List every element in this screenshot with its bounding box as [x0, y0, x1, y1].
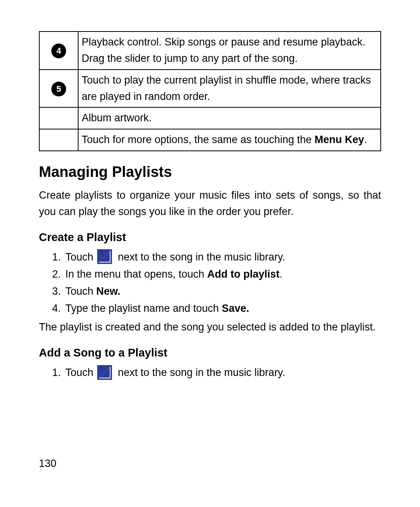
- save-label: Save.: [222, 302, 249, 314]
- row-number-cell: 4: [39, 31, 78, 70]
- page-number: 130: [39, 456, 56, 472]
- row-text-cell: Touch to play the current playlist in sh…: [78, 70, 381, 108]
- row-text-cell: Touch for more options, the same as touc…: [78, 129, 381, 151]
- arrow-icon: [97, 249, 112, 264]
- row-text-post: .: [364, 134, 367, 145]
- step-text-pre: Touch: [65, 367, 96, 378]
- row-number-cell: 5: [39, 70, 78, 108]
- arrow-icon: [97, 365, 112, 380]
- step-text-pre: In the menu that opens, touch: [65, 268, 207, 280]
- row-text-cell: Album artwork.: [78, 107, 381, 129]
- table-row: Touch for more options, the same as touc…: [39, 129, 381, 151]
- step-text-pre: Touch: [65, 285, 96, 297]
- description-table: 4 Playback control. Skip songs or pause …: [39, 31, 381, 151]
- number-badge-5: 5: [51, 82, 66, 96]
- add-song-steps: Touch next to the song in the music libr…: [39, 365, 381, 381]
- number-badge-4: 4: [51, 44, 66, 58]
- step-text-post: .: [280, 268, 283, 280]
- section-heading: Managing Playlists: [39, 161, 381, 184]
- table-row: 4 Playback control. Skip songs or pause …: [39, 31, 381, 70]
- list-item: Touch New.: [64, 283, 381, 300]
- after-steps-paragraph: The playlist is created and the song you…: [39, 319, 381, 336]
- create-playlist-steps: Touch next to the song in the music libr…: [39, 249, 381, 317]
- subsection-create-playlist: Create a Playlist: [39, 229, 381, 246]
- table-row: Album artwork.: [39, 107, 381, 129]
- step-text-post: next to the song in the music library.: [115, 367, 285, 378]
- intro-paragraph: Create playlists to organize your music …: [39, 187, 381, 220]
- new-label: New.: [96, 285, 121, 297]
- subsection-add-song: Add a Song to a Playlist: [39, 344, 381, 362]
- row-text-pre: Touch for more options, the same as touc…: [82, 134, 315, 145]
- list-item: Touch next to the song in the music libr…: [64, 365, 381, 381]
- row-number-cell-empty: [39, 107, 78, 129]
- row-text-cell: Playback control. Skip songs or pause an…: [78, 31, 381, 70]
- row-number-cell-empty: [39, 129, 78, 151]
- step-text-pre: Touch: [65, 251, 96, 263]
- table-row: 5 Touch to play the current playlist in …: [39, 70, 381, 108]
- step-text-post: next to the song in the music library.: [115, 251, 285, 263]
- menu-key-label: Menu Key: [315, 134, 364, 145]
- list-item: Touch next to the song in the music libr…: [64, 249, 381, 266]
- add-to-playlist-label: Add to playlist: [207, 268, 280, 280]
- list-item: Type the playlist name and touch Save.: [64, 301, 381, 317]
- list-item: In the menu that opens, touch Add to pla…: [64, 266, 381, 283]
- manual-page: 4 Playback control. Skip songs or pause …: [0, 0, 420, 507]
- step-text-pre: Type the playlist name and touch: [65, 302, 222, 314]
